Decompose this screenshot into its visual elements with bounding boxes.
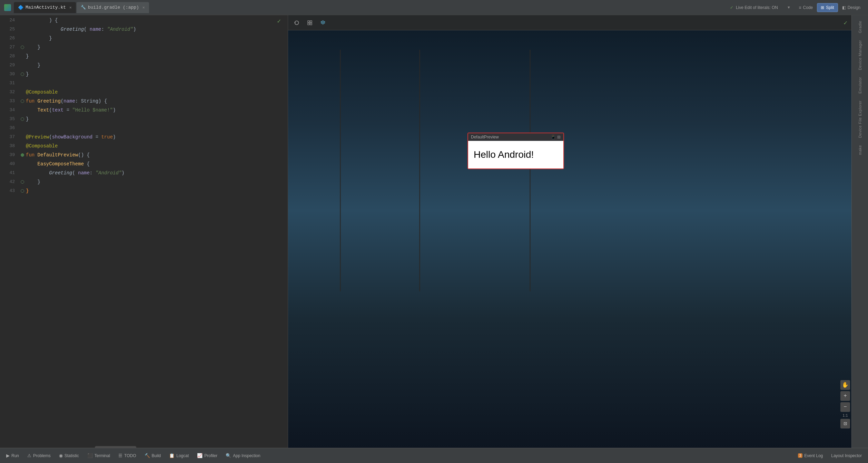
- tab-build-gradle[interactable]: 🔧 build.gradle (:app) ✕: [77, 2, 149, 13]
- line-content: Greeting( name: "Android"): [26, 25, 288, 34]
- design-view-btn[interactable]: ◧ Design: [839, 3, 864, 12]
- line-content: }: [26, 70, 288, 79]
- line-content: [26, 124, 288, 133]
- zoom-out-btn[interactable]: −: [840, 402, 850, 412]
- zoom-in-btn[interactable]: +: [840, 391, 850, 401]
- terminal-label: Terminal: [95, 453, 110, 458]
- preview-interactive-icon[interactable]: ⊞: [557, 135, 561, 139]
- bottom-tab-terminal[interactable]: ⬛ Terminal: [84, 451, 114, 461]
- code-line: 40 EasyComposeTheme {: [0, 160, 288, 168]
- line-number: 37: [0, 133, 19, 142]
- design-label: Design: [848, 5, 860, 10]
- line-gutter: [19, 99, 26, 103]
- fit-screen-btn[interactable]: ⊡: [840, 419, 850, 428]
- tab-label: build.gradle (:app): [88, 5, 139, 10]
- line-number: 39: [0, 151, 19, 160]
- app-inspection-icon: 🔍: [226, 453, 231, 458]
- code-line: 34 Text(text = "Hello $name!"): [0, 106, 288, 115]
- line-content: }: [26, 61, 288, 70]
- bottom-tab-run[interactable]: ▶ Run: [3, 451, 22, 461]
- line-content: Text(text = "Hello $name!"): [26, 106, 288, 115]
- run-label: Run: [11, 453, 19, 458]
- line-number: 32: [0, 88, 19, 97]
- logcat-label: Logcat: [176, 453, 189, 458]
- code-line: 25 Greeting( name: "Android"): [0, 25, 288, 34]
- refresh-btn[interactable]: [292, 18, 301, 27]
- live-edit-dropdown[interactable]: ▼: [788, 6, 790, 10]
- zoom-in-icon: +: [844, 393, 847, 399]
- bottom-tab-layout-inspector[interactable]: Layout Inspector: [828, 451, 865, 461]
- run-icon: ▶: [6, 453, 10, 458]
- zoom-out-icon: −: [844, 404, 847, 410]
- preview-background: [288, 15, 851, 449]
- code-lines: 24 ) { 25 Greeting( name: "Android") 26 …: [0, 15, 288, 195]
- app-inspection-label: App Inspection: [233, 453, 260, 458]
- line-content: [26, 79, 288, 88]
- code-line: 29 }: [0, 61, 288, 70]
- sidebar-item-make[interactable]: make: [858, 142, 862, 158]
- line-gutter: [19, 73, 26, 76]
- code-line: 32 @Composable: [0, 88, 288, 97]
- line-number: 38: [0, 142, 19, 151]
- preview-panel[interactable]: ✓ DefaultPreview 📱 ⊞ Hello Android! ✋ + …: [288, 15, 851, 449]
- code-editor[interactable]: 24 ) { 25 Greeting( name: "Android") 26 …: [0, 15, 288, 449]
- tab-close-btn[interactable]: ✕: [69, 5, 72, 10]
- code-line: 27 }: [0, 43, 288, 52]
- bottom-tab-build[interactable]: 🔨 Build: [141, 451, 165, 461]
- build-label: Build: [152, 453, 161, 458]
- split-icon: ⊞: [821, 5, 824, 10]
- tab-close-btn[interactable]: ✕: [142, 5, 145, 10]
- sidebar-item-emulator[interactable]: Emulator: [858, 74, 862, 96]
- code-line: 38 @Composable: [0, 142, 288, 151]
- line-content: @Composable: [26, 142, 288, 151]
- zoom-ratio-label: 1:1: [842, 413, 848, 417]
- bottom-tab-profiler[interactable]: 📈 Profiler: [194, 451, 221, 461]
- bottom-tab-statistic[interactable]: ◉ Statistic: [56, 451, 82, 461]
- sidebar-item-device-file-explorer[interactable]: Device File Explorer: [858, 98, 862, 141]
- tab-main-activity[interactable]: 🔷 MainActivity.kt ✕: [14, 2, 76, 13]
- zoom-controls: ✋ + − 1:1 ⊡: [840, 380, 850, 428]
- bottom-tab-todo[interactable]: ☰ TODO: [115, 451, 139, 461]
- bottom-tab-app-inspection[interactable]: 🔍 App Inspection: [222, 451, 264, 461]
- preview-sync-indicator: ✓: [844, 19, 847, 27]
- bottom-tab-problems[interactable]: ⚠ Problems: [24, 451, 54, 461]
- line-gutter: [19, 189, 26, 193]
- hand-tool-btn[interactable]: ✋: [840, 380, 850, 390]
- problems-label: Problems: [33, 453, 51, 458]
- code-view-btn[interactable]: ≡ Code: [796, 3, 817, 12]
- tab-icon: 🔧: [81, 5, 86, 10]
- line-gutter: [19, 117, 26, 121]
- sidebar-item-device-manager[interactable]: Device Manager: [858, 37, 862, 73]
- line-number: 43: [0, 186, 19, 195]
- svg-rect-2: [308, 23, 309, 25]
- line-number: 41: [0, 168, 19, 177]
- bottom-tab-logcat[interactable]: 📋 Logcat: [166, 451, 192, 461]
- split-label: Split: [826, 5, 834, 10]
- statistic-label: Statistic: [65, 453, 79, 458]
- line-number: 24: [0, 16, 19, 25]
- code-line: 39 fun DefaultPreview() {: [0, 151, 288, 160]
- preview-card-header: DefaultPreview 📱 ⊞: [468, 133, 563, 141]
- sidebar-item-gradle[interactable]: Gradle: [858, 18, 862, 36]
- build-icon: 🔨: [145, 453, 150, 458]
- profiler-label: Profiler: [204, 453, 217, 458]
- line-number: 40: [0, 160, 19, 168]
- studio-logo: [4, 4, 11, 11]
- live-edit-checkmark: ✓: [730, 4, 733, 10]
- line-content: }: [26, 43, 288, 52]
- tab-icon: 🔷: [18, 5, 23, 10]
- line-number: 26: [0, 34, 19, 43]
- main-area: 24 ) { 25 Greeting( name: "Android") 26 …: [0, 15, 868, 449]
- line-content: ) {: [26, 16, 288, 25]
- preview-device-icon[interactable]: 📱: [551, 135, 556, 139]
- bottom-tab-event-log[interactable]: 3 Event Log: [794, 451, 827, 461]
- title-bar: 🔷 MainActivity.kt ✕ 🔧 build.gradle (:app…: [0, 0, 868, 15]
- todo-label: TODO: [124, 453, 136, 458]
- todo-icon: ☰: [118, 453, 122, 458]
- split-view-btn[interactable]: ⊞ Split: [817, 3, 838, 12]
- grid-btn[interactable]: [305, 18, 314, 27]
- layers-btn[interactable]: [318, 18, 327, 27]
- line-number: 42: [0, 177, 19, 186]
- code-line: 43 }: [0, 186, 288, 195]
- line-gutter: [19, 153, 26, 157]
